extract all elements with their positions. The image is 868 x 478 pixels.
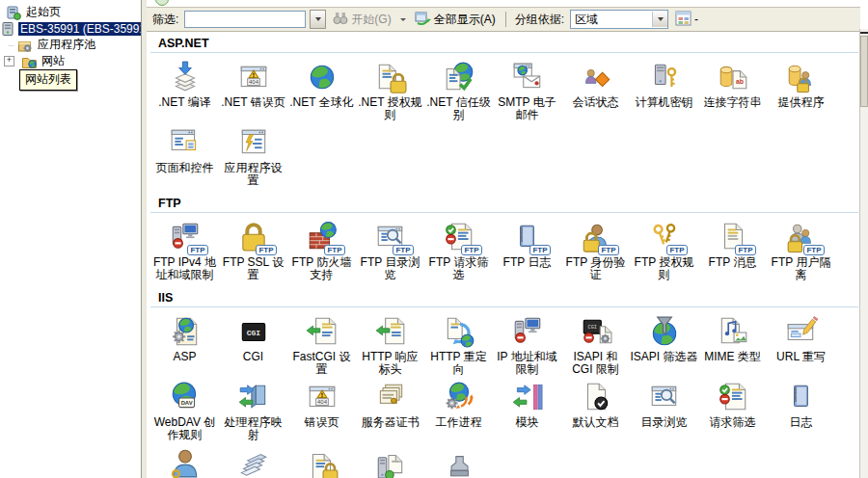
svg-text:ab: ab [735, 78, 743, 85]
tree-apppool-icon [17, 38, 33, 53]
feature-fastcgi-settings[interactable]: FastCGI 设置 [287, 310, 356, 376]
feature-partial-person[interactable] [150, 441, 219, 478]
features-toolbar: 筛选: 开始(G) 全部显示(A) 分组依据: 区域 [147, 7, 860, 32]
authorization-keys-icon: FTP [645, 221, 684, 255]
feature-label: WebDAV 创作规则 [151, 416, 219, 441]
feature-default-document[interactable]: 默认文档 [561, 376, 630, 441]
tree-item-server-ebs-35991[interactable]: EBS-35991 (EBS-35991 [0, 20, 141, 37]
tree-item-label: EBS-35991 (EBS-35991 [18, 22, 141, 36]
go-dropdown-button[interactable] [398, 11, 408, 28]
feature-ip-restrictions[interactable]: FTPFTP IPv4 地址和域限制 [150, 216, 219, 281]
feature-pages-and-controls[interactable]: 页面和控件 [150, 121, 219, 187]
feature-session-state[interactable]: 会话状态 [561, 56, 630, 121]
feature-request-filtering[interactable]: FTPFTP 请求筛选 [424, 216, 493, 281]
feature-server-certificates[interactable]: 服务器证书 [356, 376, 424, 441]
feature-mime-types[interactable]: MIME 类型 [698, 310, 767, 376]
feature-logging-book[interactable]: FTPFTP 日志 [493, 216, 561, 281]
feature-directory-browsing[interactable]: 目录浏览 [630, 376, 698, 441]
filter-input[interactable] [184, 11, 306, 28]
feature-partial-server-pages[interactable] [356, 441, 424, 478]
svg-text:404: 404 [317, 399, 328, 405]
feature-machine-key[interactable]: 计算机密钥 [630, 56, 698, 121]
feature-messages-page[interactable]: FTPFTP 消息 [698, 216, 767, 281]
view-grid-icon [675, 11, 692, 29]
view-dropdown-dash: - [694, 13, 698, 26]
feature-net-compilation[interactable]: .NET 编译 [150, 56, 219, 121]
feature-partial-page-lock[interactable] [287, 441, 356, 478]
feature-authorization-keys[interactable]: FTPFTP 授权规则 [630, 216, 698, 281]
tree-item-start-page[interactable]: 起始页 [0, 4, 141, 20]
authentication-person-icon: FTP [577, 221, 615, 255]
scrollbar-tick [860, 32, 868, 34]
feature-net-authorization-rules[interactable]: .NET 授权规则 [356, 56, 424, 121]
firewall-icon: FTP [303, 221, 341, 255]
expander-icon[interactable]: + [4, 56, 14, 66]
feature-label: HTTP 响应标头 [357, 351, 424, 376]
feature-url-rewrite[interactable]: URL 重写 [767, 310, 835, 376]
ftp-badge: FTP [461, 245, 481, 255]
user-isolation-icon: FTP [782, 221, 821, 255]
partial-person-icon [166, 446, 204, 478]
go-button[interactable]: 开始(G) [330, 11, 393, 29]
tree-branch: ··· [8, 40, 14, 50]
view-button[interactable]: - [672, 10, 701, 30]
feature-net-error-pages[interactable]: 404错误页 [287, 376, 356, 441]
feature-http-redirect[interactable]: HTTP 重定向 [424, 310, 493, 376]
feature-net-trust-levels[interactable]: .NET 信任级别 [424, 56, 493, 121]
feature-http-response-headers[interactable]: HTTP 响应标头 [356, 310, 424, 376]
feature-cgi[interactable]: CGICGI [219, 310, 287, 376]
mime-types-icon [714, 315, 752, 350]
feature-ssl-lock[interactable]: FTPFTP SSL 设置 [219, 216, 287, 281]
feature-isapi-cgi-restrictions[interactable]: CGIISAPI 和 CGI 限制 [561, 310, 630, 376]
feature-smtp-email[interactable]: SMTP 电子邮件 [493, 56, 561, 121]
tree-item-sites[interactable]: +网站 [0, 53, 141, 69]
sites-list-tooltip: 网站列表 [19, 69, 77, 91]
svg-text:DAV: DAV [180, 400, 192, 406]
feature-label: CGI [220, 351, 287, 363]
feature-partial-books[interactable] [219, 441, 287, 478]
feature-webdav-authoring[interactable]: DAVWebDAV 创作规则 [150, 376, 219, 441]
feature-label: .NET 信任级别 [425, 96, 493, 121]
feature-net-globalization[interactable]: .NET 全球化 [287, 56, 356, 121]
pages-and-controls-icon [166, 126, 204, 161]
feature-label: FTP 消息 [699, 256, 767, 269]
filter-dropdown-button[interactable] [310, 10, 326, 29]
feature-isapi-filters[interactable]: ISAPI 筛选器 [630, 310, 698, 376]
show-all-button[interactable]: 全部显示(A) [412, 10, 499, 29]
application-settings-icon [234, 126, 273, 161]
feature-label: IP 地址和域限制 [494, 351, 561, 376]
partial-books-icon [234, 446, 273, 478]
feature-application-settings[interactable]: 应用程序设置 [219, 121, 287, 187]
feature-label: 提供程序 [768, 96, 835, 109]
features-pane: 筛选: 开始(G) 全部显示(A) 分组依据: 区域 [147, 0, 860, 478]
feature-authentication-person[interactable]: FTPFTP 身份验证 [561, 216, 630, 281]
vertical-scrollbar[interactable] [859, 29, 868, 478]
feature-label: 模块 [494, 416, 561, 429]
feature-firewall[interactable]: FTPFTP 防火墙支持 [287, 216, 356, 281]
feature-partial-stamp[interactable] [424, 441, 493, 478]
feature-worker-processes[interactable]: 工作进程 [424, 376, 493, 441]
feature-label: FTP 目录浏览 [357, 256, 424, 281]
scrollbar-thumb[interactable] [860, 36, 868, 107]
feature-asp[interactable]: ASP [150, 310, 219, 376]
feature-label: FTP IPv4 地址和域限制 [151, 256, 219, 281]
feature-modules[interactable]: 模块 [493, 376, 561, 441]
feature-providers[interactable]: 提供程序 [767, 56, 835, 121]
group-by-select[interactable]: 区域 [570, 10, 668, 29]
feature-logging-book[interactable]: 日志 [767, 376, 835, 441]
feature-ip-restrictions[interactable]: IP 地址和域限制 [493, 310, 561, 376]
feature-handler-mappings[interactable]: 处理程序映射 [219, 376, 287, 441]
ftp-badge: FTP [324, 245, 344, 255]
feature-net-error-pages[interactable]: 404.NET 错误页 [219, 56, 287, 121]
feature-label: ISAPI 和 CGI 限制 [562, 351, 630, 376]
net-trust-levels-icon [440, 61, 478, 95]
feature-label: FTP SSL 设置 [220, 256, 287, 281]
webdav-authoring-icon: DAV [166, 381, 204, 415]
feature-user-isolation[interactable]: FTPFTP 用户隔离 [767, 216, 835, 281]
feature-request-filtering[interactable]: 请求筛选 [698, 376, 767, 441]
feature-directory-browsing[interactable]: FTPFTP 目录浏览 [356, 216, 424, 281]
feature-connection-strings[interactable]: ab连接字符串 [698, 56, 767, 121]
server-certificates-icon [371, 381, 410, 415]
tree-item-application-pools[interactable]: ···应用程序池 [0, 37, 141, 53]
group-by-dropdown-button[interactable] [652, 12, 667, 27]
